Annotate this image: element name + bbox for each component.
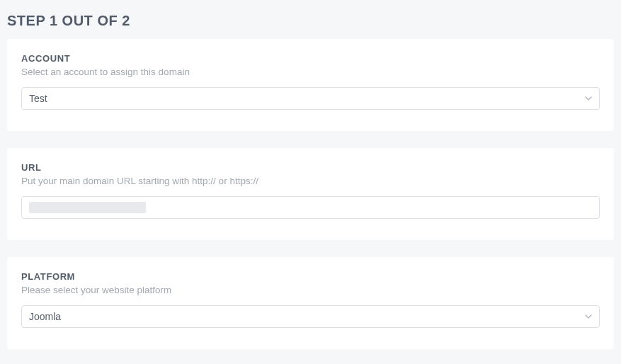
platform-card: PLATFORM Please select your website plat… (7, 257, 614, 349)
url-card: URL Put your main domain URL starting wi… (7, 148, 614, 240)
url-label: URL (21, 162, 600, 173)
account-select-value: Test (29, 93, 47, 104)
page-title: STEP 1 OUT OF 2 (0, 0, 621, 39)
platform-hint: Please select your website platform (21, 285, 600, 295)
url-value-redacted (29, 202, 146, 213)
platform-label: PLATFORM (21, 271, 600, 282)
platform-select[interactable]: Joomla (21, 305, 600, 328)
url-hint: Put your main domain URL starting with h… (21, 176, 600, 186)
account-label: ACCOUNT (21, 53, 600, 64)
account-hint: Select an account to assign this domain (21, 67, 600, 77)
url-input[interactable] (21, 196, 600, 219)
account-select[interactable]: Test (21, 87, 600, 110)
platform-select-value: Joomla (29, 311, 61, 322)
account-card: ACCOUNT Select an account to assign this… (7, 39, 614, 131)
